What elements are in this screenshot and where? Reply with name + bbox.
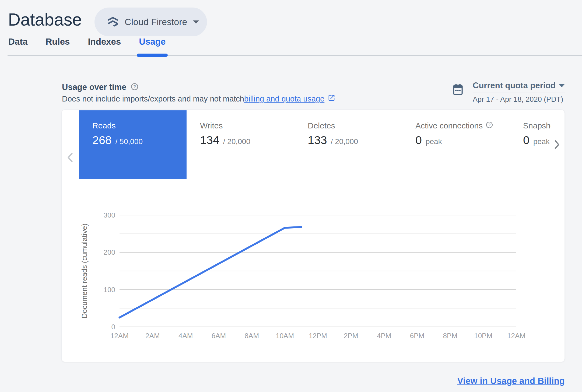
svg-text:2PM: 2PM — [344, 332, 358, 340]
svg-text:2AM: 2AM — [145, 332, 160, 340]
metric-value: 134 — [200, 134, 219, 147]
svg-text:10AM: 10AM — [276, 332, 294, 340]
svg-text:Document reads (cumulative): Document reads (cumulative) — [80, 223, 89, 318]
metric-denominator: / 50,000 — [115, 137, 143, 146]
usage-over-time-title: Usage over time — [62, 82, 127, 92]
page-title: Database — [8, 10, 82, 30]
svg-text:?: ? — [488, 122, 491, 127]
metric-label: Writes — [200, 121, 294, 130]
usage-subtitle: Does not include imports/exports and may… — [62, 94, 335, 104]
view-usage-billing-link[interactable]: View in Usage and Billing — [457, 376, 565, 386]
quota-period-dropdown[interactable]: Current quota period — [473, 81, 565, 90]
metric-tile-writes[interactable]: Writes 134 / 20,000 — [187, 110, 294, 179]
metric-denominator: peak — [533, 137, 550, 146]
usage-card: Reads 268 / 50,000 Writes 134 / 20,000 D… — [61, 110, 565, 362]
billing-quota-link[interactable]: billing and quota usage — [244, 94, 324, 103]
metric-value: 0 — [415, 134, 422, 147]
metric-tiles: Reads 268 / 50,000 Writes 134 / 20,000 D… — [79, 110, 551, 179]
open-in-new-icon[interactable] — [328, 94, 335, 104]
metric-label: Reads — [92, 121, 187, 130]
quota-period-label: Current quota period — [473, 81, 556, 90]
chevron-down-icon — [193, 20, 199, 24]
svg-text:?: ? — [133, 84, 136, 89]
firestore-usage-page: { "header": { "title": "Database", "prod… — [0, 0, 582, 392]
svg-text:8AM: 8AM — [245, 332, 259, 340]
svg-text:12AM: 12AM — [507, 332, 525, 340]
quota-divider — [473, 93, 565, 93]
metric-label: Deletes — [308, 121, 402, 130]
tab-data[interactable]: Data — [8, 37, 28, 56]
usage-subtitle-text: Does not include imports/exports and may… — [62, 94, 244, 103]
svg-text:4AM: 4AM — [178, 332, 193, 340]
metric-tile-deletes[interactable]: Deletes 133 / 20,000 — [294, 110, 402, 179]
usage-over-time-heading: Usage over time ? — [62, 82, 138, 92]
metric-value: 0 — [523, 134, 530, 147]
svg-text:300: 300 — [104, 211, 115, 219]
svg-text:6PM: 6PM — [410, 332, 424, 340]
svg-text:12PM: 12PM — [309, 332, 327, 340]
metric-tile-active-connections[interactable]: Active connections ? 0 peak — [402, 110, 510, 179]
product-selector-label: Cloud Firestore — [125, 17, 187, 27]
svg-text:0: 0 — [111, 323, 115, 331]
firestore-icon — [107, 16, 119, 29]
carousel-next-button[interactable] — [554, 140, 560, 150]
metric-value: 133 — [308, 134, 327, 147]
tab-indexes[interactable]: Indexes — [88, 37, 121, 56]
metric-denominator: peak — [426, 137, 442, 146]
usage-chart: 010020030012AM2AM4AM6AM8AM10AM12PM2PM4PM… — [62, 209, 565, 356]
metric-label: Snapshot listeners — [523, 121, 551, 130]
quota-period-range: Apr 17 - Apr 18, 2020 (PDT) — [473, 95, 565, 104]
svg-text:200: 200 — [104, 248, 115, 256]
metric-denominator: / 20,000 — [223, 137, 250, 146]
svg-text:10PM: 10PM — [474, 332, 492, 340]
tab-rules[interactable]: Rules — [46, 37, 70, 56]
metric-denominator: / 20,000 — [331, 137, 358, 146]
metric-label: Active connections ? — [415, 121, 510, 130]
product-selector[interactable]: Cloud Firestore — [94, 8, 207, 36]
active-tab-indicator — [137, 54, 168, 57]
svg-text:100: 100 — [104, 286, 115, 294]
help-icon[interactable]: ? — [486, 121, 493, 130]
tabbar: Data Rules Indexes Usage — [8, 37, 166, 56]
metric-tile-reads[interactable]: Reads 268 / 50,000 — [79, 110, 187, 179]
carousel-prev-button[interactable] — [67, 152, 73, 164]
svg-text:4PM: 4PM — [377, 332, 391, 340]
svg-text:6AM: 6AM — [212, 332, 226, 340]
metric-tile-snapshot-listeners[interactable]: Snapshot listeners 0 peak — [510, 110, 551, 179]
quota-period-selector: Current quota period Apr 17 - Apr 18, 20… — [473, 81, 565, 104]
metric-value: 268 — [92, 134, 112, 147]
svg-text:12AM: 12AM — [110, 332, 129, 340]
svg-text:8PM: 8PM — [443, 332, 457, 340]
help-icon[interactable]: ? — [131, 83, 138, 92]
chevron-down-icon — [559, 84, 565, 87]
tab-usage[interactable]: Usage — [139, 37, 166, 56]
calendar-icon — [453, 83, 463, 97]
